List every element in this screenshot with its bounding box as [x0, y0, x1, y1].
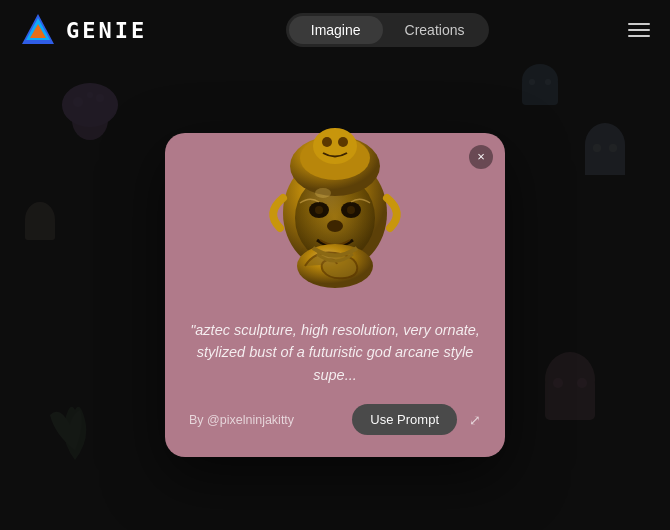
card-image-area: [189, 93, 481, 303]
card-author: By @pixelninjakitty: [189, 413, 294, 427]
menu-line-1: [628, 23, 650, 25]
creation-card: ×: [165, 133, 505, 457]
tab-creations[interactable]: Creations: [383, 16, 487, 44]
svg-point-33: [338, 137, 348, 147]
nav-tabs: Imagine Creations: [286, 13, 490, 47]
svg-point-35: [315, 188, 331, 198]
tab-imagine[interactable]: Imagine: [289, 16, 383, 44]
menu-line-2: [628, 29, 650, 31]
card-image: [235, 93, 435, 303]
svg-point-31: [313, 128, 357, 164]
logo-area: GENIE: [20, 12, 147, 48]
expand-icon[interactable]: ⤢: [469, 412, 481, 428]
svg-point-28: [327, 220, 343, 232]
svg-point-27: [347, 206, 355, 214]
menu-button[interactable]: [628, 23, 650, 37]
svg-point-32: [322, 137, 332, 147]
app-name: GENIE: [66, 18, 147, 43]
card-footer: By @pixelninjakitty Use Prompt ⤢: [189, 404, 481, 435]
svg-point-26: [315, 206, 323, 214]
use-prompt-button[interactable]: Use Prompt: [352, 404, 457, 435]
close-button[interactable]: ×: [469, 145, 493, 169]
main-content: ×: [0, 60, 670, 530]
prompt-text: "aztec sculpture, high resolution, very …: [189, 319, 481, 386]
menu-line-3: [628, 35, 650, 37]
sculpture-image: [245, 98, 425, 298]
header: GENIE Imagine Creations: [0, 0, 670, 60]
genie-logo-icon: [20, 12, 56, 48]
